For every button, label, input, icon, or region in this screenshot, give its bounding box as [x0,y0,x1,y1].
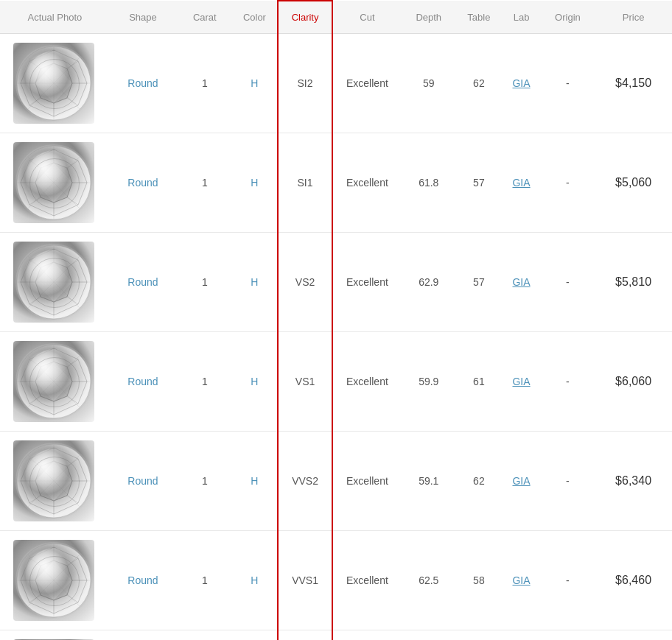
lab-cell[interactable]: GIA [502,34,540,133]
diamond-photo-cell[interactable] [0,531,108,630]
clarity-cell: SI1 [278,133,332,233]
price-cell: $6,060 [595,332,672,432]
lab-cell[interactable]: GIA [502,332,540,432]
depth-cell: 62.2 [402,630,455,641]
lab-value[interactable]: GIA [512,475,530,487]
svg-line-143 [67,466,72,481]
cut-value: Excellent [346,574,388,586]
svg-line-161 [28,555,80,606]
svg-line-175 [67,580,72,595]
svg-line-53 [41,197,54,203]
svg-marker-121 [35,381,54,401]
svg-line-6 [28,57,80,109]
clarity-cell: VS2 [278,233,332,332]
carat-cell: 1 [178,34,231,133]
lab-value[interactable]: GIA [512,276,530,288]
svg-line-179 [35,566,41,580]
svg-line-178 [35,580,41,595]
color-cell: H [231,531,278,630]
svg-line-23 [35,83,41,98]
clarity-value: VS1 [295,376,315,387]
diamond-image [13,242,94,323]
cut-value: Excellent [346,475,388,487]
lab-cell[interactable]: GIA [502,432,540,531]
svg-line-80 [54,262,67,267]
cut-cell: Excellent [332,630,402,641]
carat-cell: 1 [178,630,231,641]
table-row: Round 1 H SI1 Excellent 61.8 57 GIA - $5… [0,133,672,233]
table-row: Round 1 H VVS1 Excellent 62.5 58 GIA - $… [0,531,672,630]
header-clarity: Clarity [278,1,332,34]
lab-cell[interactable]: GIA [502,531,540,630]
table-cell: 62 [455,432,502,531]
svg-marker-26 [54,63,72,83]
shape-cell: Round [108,630,178,641]
svg-line-78 [29,260,41,267]
svg-point-122 [17,345,91,418]
price-cell: $5,810 [595,233,672,332]
svg-line-37 [28,157,80,208]
svg-line-134 [67,459,78,466]
svg-line-84 [41,297,54,302]
color-value: H [251,475,258,487]
svg-line-140 [29,459,41,466]
svg-line-142 [54,461,67,466]
shape-value: Round [127,475,158,487]
svg-marker-90 [35,282,54,302]
origin-cell: - [541,432,595,531]
table-row: Round 1 H IF Excellent 62.2 60 GIA - $6,… [0,630,672,641]
shape-value: Round [127,276,158,288]
diamond-photo-cell[interactable] [0,133,108,233]
header-color: Color [231,1,278,34]
svg-point-91 [17,245,91,319]
header-lab: Lab [502,1,540,34]
header-depth: Depth [402,1,455,34]
lab-cell[interactable]: GIA [502,133,540,233]
diamond-photo-cell[interactable] [0,332,108,432]
table-value: 58 [473,574,485,586]
diamond-photo-cell[interactable] [0,233,108,332]
depth-cell: 59.9 [402,332,455,432]
clarity-value: VVS2 [292,475,318,487]
svg-line-146 [41,496,54,501]
svg-line-177 [41,595,54,600]
lab-value[interactable]: GIA [512,177,530,189]
svg-marker-27 [54,83,72,103]
color-value: H [251,376,258,387]
svg-line-47 [29,161,41,168]
diamond-table-wrapper: Actual Photo Shape Carat Color Clarity C… [0,0,672,640]
price-value: $5,810 [615,275,651,288]
clarity-cell: SI2 [278,34,332,133]
lab-value[interactable]: GIA [512,77,530,89]
color-cell: H [231,332,278,432]
cut-value: Excellent [346,376,388,387]
header-table: Table [455,1,502,34]
origin-value: - [566,376,570,387]
color-value: H [251,177,258,189]
table-cell: 58 [455,531,502,630]
carat-cell: 1 [178,133,231,233]
depth-cell: 62.5 [402,531,455,630]
diamond-photo-cell[interactable] [0,432,108,531]
svg-line-111 [54,362,67,367]
svg-point-60 [17,146,91,219]
shape-value: Round [127,177,158,189]
price-cell: $5,060 [595,133,672,233]
lab-value[interactable]: GIA [512,574,530,586]
table-cell: 61 [455,332,502,432]
price-value: $6,060 [615,375,651,387]
carat-value: 1 [202,177,208,189]
svg-point-153 [17,444,91,518]
diamond-photo-cell[interactable] [0,34,108,133]
lab-value[interactable]: GIA [512,376,530,387]
depth-value: 62.5 [419,574,438,586]
color-value: H [251,574,258,586]
lab-cell[interactable]: GIA [502,233,540,332]
lab-cell[interactable]: GIA [502,630,540,641]
svg-line-22 [41,98,54,103]
svg-line-148 [35,466,41,481]
diamond-photo-cell[interactable] [0,630,108,641]
carat-value: 1 [202,276,208,288]
origin-cell: - [541,133,595,233]
svg-line-103 [67,359,78,367]
